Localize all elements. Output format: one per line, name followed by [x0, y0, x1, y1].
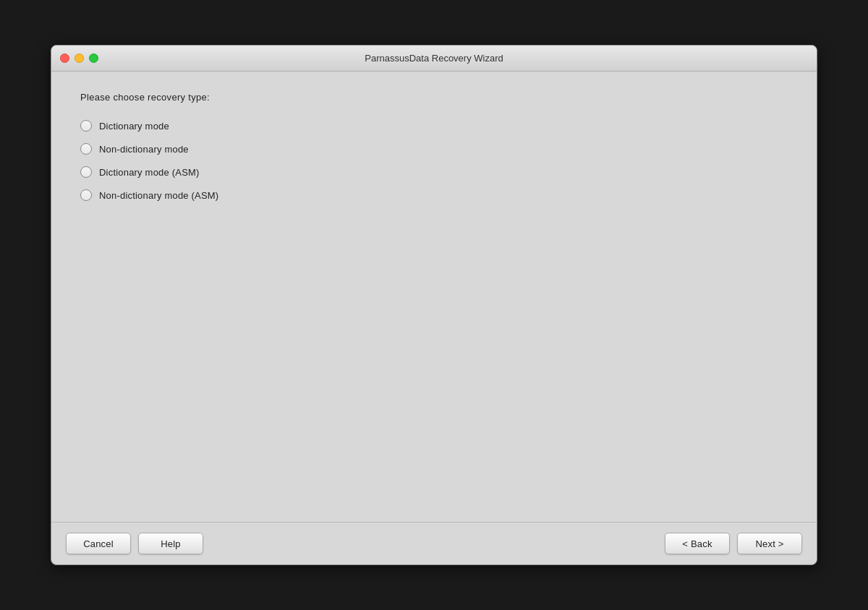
radio-label-non-dictionary-mode: Non-dictionary mode	[99, 144, 189, 155]
back-button[interactable]: < Back	[665, 533, 730, 554]
next-button[interactable]: Next >	[737, 533, 802, 554]
radio-item-dictionary-mode[interactable]: Dictionary mode	[80, 120, 788, 132]
help-button[interactable]: Help	[138, 533, 203, 554]
footer: Cancel Help < Back Next >	[51, 522, 817, 564]
minimize-button[interactable]	[75, 53, 84, 63]
radio-item-non-dictionary-mode-asm[interactable]: Non-dictionary mode (ASM)	[80, 189, 788, 201]
radio-circle-non-dictionary-mode	[80, 143, 92, 155]
prompt-label: Please choose recovery type:	[80, 92, 788, 103]
cancel-button[interactable]: Cancel	[66, 533, 131, 554]
traffic-lights	[60, 53, 98, 63]
radio-label-dictionary-mode-asm: Dictionary mode (ASM)	[99, 167, 200, 178]
footer-left: Cancel Help	[66, 533, 203, 554]
radio-group: Dictionary mode Non-dictionary mode Dict…	[80, 120, 788, 201]
window-title: ParnassusData Recovery Wizard	[365, 53, 503, 64]
radio-label-non-dictionary-mode-asm: Non-dictionary mode (ASM)	[99, 190, 218, 201]
footer-right: < Back Next >	[665, 533, 802, 554]
radio-circle-dictionary-mode	[80, 120, 92, 132]
radio-item-non-dictionary-mode[interactable]: Non-dictionary mode	[80, 143, 788, 155]
title-bar: ParnassusData Recovery Wizard	[51, 46, 817, 72]
zoom-button[interactable]	[89, 53, 98, 63]
radio-label-dictionary-mode: Dictionary mode	[99, 121, 169, 132]
radio-circle-dictionary-mode-asm	[80, 166, 92, 178]
content-area: Please choose recovery type: Dictionary …	[51, 72, 817, 522]
radio-item-dictionary-mode-asm[interactable]: Dictionary mode (ASM)	[80, 166, 788, 178]
radio-circle-non-dictionary-mode-asm	[80, 189, 92, 201]
close-button[interactable]	[60, 53, 69, 63]
wizard-window: ParnassusData Recovery Wizard Please cho…	[51, 45, 817, 565]
